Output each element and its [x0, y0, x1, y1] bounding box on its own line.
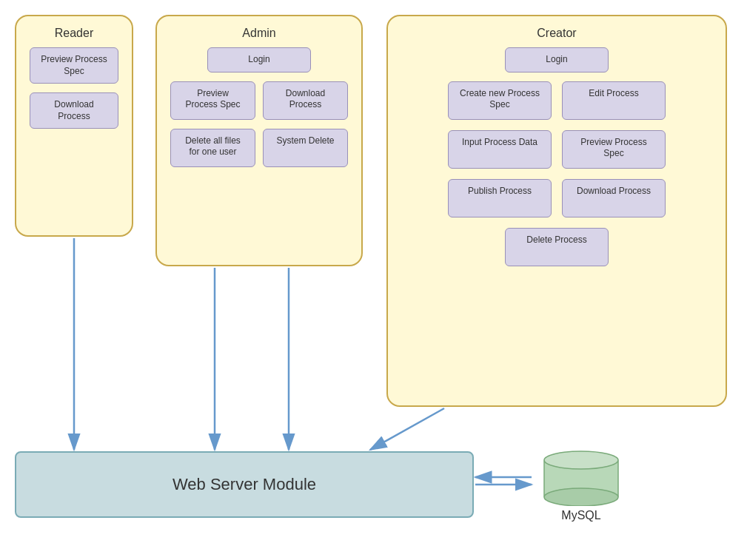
creator-to-webserver-arrow: [370, 408, 444, 450]
creator-edit-btn[interactable]: Edit Process: [562, 81, 666, 120]
admin-download-btn[interactable]: Download Process: [263, 81, 348, 120]
diagram-container: Reader Preview Process Spec Download Pro…: [0, 0, 747, 560]
creator-title: Creator: [537, 27, 576, 40]
admin-title: Admin: [242, 27, 275, 40]
admin-login-btn[interactable]: Login: [207, 47, 311, 72]
svg-point-1: [544, 488, 618, 506]
creator-row3: Publish Process Download Process: [448, 179, 666, 217]
creator-download-btn[interactable]: Download Process: [562, 179, 666, 217]
creator-box: Creator Login Create new Process Spec Ed…: [386, 15, 727, 407]
web-server-box: Web Server Module: [15, 451, 474, 518]
creator-input-data-btn[interactable]: Input Process Data: [448, 130, 552, 169]
reader-download-btn[interactable]: Download Process: [30, 92, 118, 129]
creator-login-btn[interactable]: Login: [505, 47, 609, 72]
admin-system-delete-btn[interactable]: System Delete: [263, 129, 348, 167]
creator-row1: Create new Process Spec Edit Process: [448, 81, 666, 120]
reader-box: Reader Preview Process Spec Download Pro…: [15, 15, 133, 237]
creator-publish-btn[interactable]: Publish Process: [448, 179, 552, 217]
reader-title: Reader: [55, 27, 93, 40]
web-server-label: Web Server Module: [172, 475, 316, 494]
admin-preview-btn[interactable]: Preview Process Spec: [170, 81, 255, 120]
admin-row1: Preview Process Spec Download Process: [170, 81, 348, 120]
mysql-container: MySQL: [533, 444, 629, 525]
creator-new-spec-btn[interactable]: Create new Process Spec: [448, 81, 552, 120]
creator-preview-btn[interactable]: Preview Process Spec: [562, 130, 666, 169]
admin-delete-files-btn[interactable]: Delete all files for one user: [170, 129, 255, 167]
creator-row2: Input Process Data Preview Process Spec: [448, 130, 666, 169]
svg-point-2: [544, 451, 618, 469]
admin-box: Admin Login Preview Process Spec Downloa…: [155, 15, 363, 266]
reader-preview-btn[interactable]: Preview Process Spec: [30, 47, 118, 84]
creator-delete-btn[interactable]: Delete Process: [505, 228, 609, 266]
mysql-label: MySQL: [561, 509, 600, 522]
admin-row2: Delete all files for one user System Del…: [170, 129, 348, 167]
mysql-cylinder-svg: [540, 447, 622, 506]
